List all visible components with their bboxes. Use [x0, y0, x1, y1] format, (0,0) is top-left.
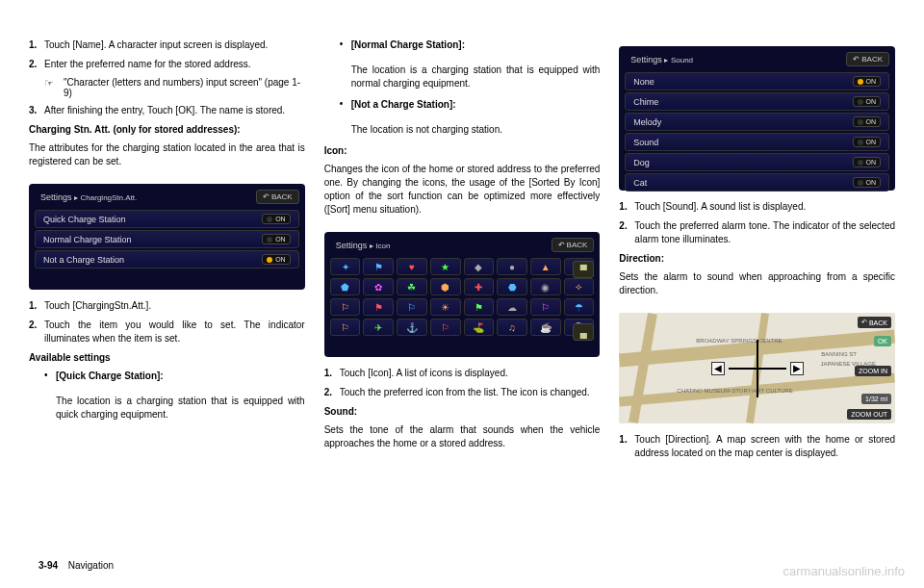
option-label: Quick Charge Station: [43, 215, 126, 224]
icon-option[interactable]: ⬢: [430, 278, 461, 295]
bullet-icon: •: [44, 370, 56, 389]
icon-grid: ✦ ⚑ ♥ ★ ◆ ● ▲ ■ ⬟ ✿ ☘ ⬢ ✚ ⬣ ◉ ✧ ⚐ ⚑ ⚐ ☀: [330, 258, 595, 336]
icon-option[interactable]: ★: [430, 258, 461, 275]
option-label: Cat: [633, 178, 647, 188]
back-button[interactable]: ↶BACK: [256, 190, 299, 204]
step-item: 1. Touch [Sound]. A sound list is displa…: [619, 200, 895, 214]
icon-option[interactable]: ◆: [464, 258, 495, 275]
map-direction-screenshot: BROADWAY SPRINGS CENTRE BANNING ST JAPAN…: [619, 313, 895, 423]
option-label: Dog: [633, 158, 650, 167]
paragraph: The attributes for the charging station …: [29, 141, 305, 168]
step-text: Touch the preferred alarm tone. The indi…: [634, 219, 895, 246]
bullet-icon: •: [340, 98, 351, 117]
option-row[interactable]: Melody ON: [625, 113, 889, 131]
map-scale-label: 1/32 mi: [861, 394, 891, 404]
option-row[interactable]: Dog ON: [625, 153, 889, 171]
on-indicator: ON: [853, 177, 882, 188]
icon-option[interactable]: ⬟: [330, 278, 361, 295]
settings-icon-screenshot: Settings ▸ Icon ↶BACK ✦ ⚑ ♥ ★ ◆ ● ▲ ■ ⬟ …: [324, 232, 601, 357]
icon-option[interactable]: ☕: [530, 319, 561, 336]
indicator-on-icon: [858, 79, 863, 85]
back-arrow-icon: ↶: [861, 319, 867, 326]
icon-option[interactable]: ⚑: [363, 298, 394, 316]
map-crosshair-icon: ◀ ▶: [729, 340, 786, 397]
icon-option[interactable]: ◉: [530, 278, 561, 295]
icon-option[interactable]: ⚐: [330, 319, 361, 336]
section-heading: Charging Stn. Att. (only for stored addr…: [29, 123, 305, 136]
icon-option[interactable]: ⚐: [397, 298, 427, 316]
option-row[interactable]: None ON: [625, 72, 889, 90]
screen-title: Settings ▸ Icon: [336, 241, 391, 250]
on-indicator: ON: [262, 214, 291, 224]
direction-right-icon[interactable]: ▶: [790, 362, 804, 375]
step-text: Touch [Direction]. A map screen with the…: [634, 433, 895, 460]
option-row[interactable]: Not a Charge Station ON: [35, 250, 299, 268]
hand-point-icon: ☞: [44, 77, 64, 98]
step-number: 1.: [324, 367, 340, 380]
section-heading: Direction:: [619, 252, 895, 265]
page-number: 3-94: [38, 560, 58, 571]
option-row[interactable]: Quick Charge Station ON: [35, 210, 299, 228]
icon-option[interactable]: ⬣: [497, 278, 527, 295]
direction-left-icon[interactable]: ◀: [711, 362, 725, 375]
scroll-down-button[interactable]: ▄: [573, 323, 594, 341]
option-label: Melody: [633, 117, 661, 127]
bullet-item: • [Quick Charge Station]:: [44, 370, 305, 389]
icon-option[interactable]: ⛳: [464, 319, 495, 336]
option-row[interactable]: Chime ON: [625, 92, 889, 111]
icon-option[interactable]: ⚐: [430, 319, 461, 336]
bullet-body: The location is not charging station.: [351, 123, 601, 137]
icon-option[interactable]: ☁: [497, 298, 527, 316]
step-number: 2.: [619, 219, 634, 246]
icon-option[interactable]: ⚑: [464, 298, 495, 316]
icon-option[interactable]: ♥: [397, 258, 427, 275]
manual-column-2: • [Normal Charge Station]: The location …: [324, 38, 601, 549]
step-item: 1. Touch [Name]. A character input scree…: [29, 38, 305, 52]
icon-option[interactable]: ⚓: [397, 319, 427, 336]
icon-option[interactable]: ●: [497, 258, 527, 275]
icon-option[interactable]: ✦: [330, 258, 361, 275]
paragraph: Sets the alarm to sound when approaching…: [619, 270, 895, 297]
scroll-up-button[interactable]: ▀: [573, 261, 594, 278]
option-row[interactable]: Sound ON: [625, 133, 889, 151]
manual-column-1: 1. Touch [Name]. A character input scree…: [29, 38, 305, 549]
step-number: 2.: [324, 386, 340, 399]
ok-button[interactable]: OK: [874, 336, 891, 346]
step-item: 3. After finishing the entry, Touch [OK]…: [29, 104, 305, 117]
icon-option[interactable]: ☘: [397, 278, 427, 295]
icon-option[interactable]: ☂: [564, 298, 595, 316]
option-row[interactable]: Normal Charge Station ON: [35, 230, 299, 248]
back-arrow-icon: ↶: [853, 55, 860, 64]
step-text: Touch [Name]. A character input screen i…: [44, 38, 305, 52]
back-button[interactable]: ↶BACK: [552, 238, 595, 252]
step-number: 1.: [619, 200, 634, 214]
option-label: None: [633, 77, 654, 87]
icon-option[interactable]: ⚐: [530, 298, 561, 316]
on-indicator: ON: [853, 76, 882, 87]
step-item: 1. Touch [Icon]. A list of icons is disp…: [324, 367, 601, 380]
icon-option[interactable]: ✿: [363, 278, 394, 295]
step-text: After finishing the entry, Touch [OK]. T…: [44, 104, 305, 117]
back-button[interactable]: ↶BACK: [846, 52, 889, 66]
zoom-in-button[interactable]: ZOOM IN: [855, 366, 891, 376]
bullet-icon: •: [340, 38, 351, 58]
zoom-out-button[interactable]: ZOOM OUT: [847, 409, 891, 420]
icon-option[interactable]: ⚐: [330, 298, 361, 316]
icon-option[interactable]: ♫: [497, 319, 527, 336]
icon-option[interactable]: ▲: [530, 258, 561, 275]
step-item: 1. Touch [ChargingStn.Att.].: [29, 299, 305, 313]
icon-option[interactable]: ✚: [464, 278, 495, 295]
subsection-heading: Available settings: [29, 351, 305, 364]
option-row[interactable]: Cat ON: [625, 173, 889, 192]
back-button[interactable]: ↶BACK: [858, 317, 891, 328]
icon-option[interactable]: ✧: [564, 278, 595, 295]
step-number: 1.: [619, 433, 634, 460]
section-heading: Sound:: [324, 405, 601, 418]
step-number: 2.: [29, 58, 44, 71]
icon-option[interactable]: ⚑: [363, 258, 394, 275]
icon-option[interactable]: ☀: [430, 298, 461, 316]
icon-option[interactable]: ✈: [363, 319, 394, 336]
step-item: 1. Touch [Direction]. A map screen with …: [619, 433, 895, 460]
option-label: Normal Charge Station: [43, 235, 132, 244]
step-text: Touch [Sound]. A sound list is displayed…: [634, 200, 895, 214]
